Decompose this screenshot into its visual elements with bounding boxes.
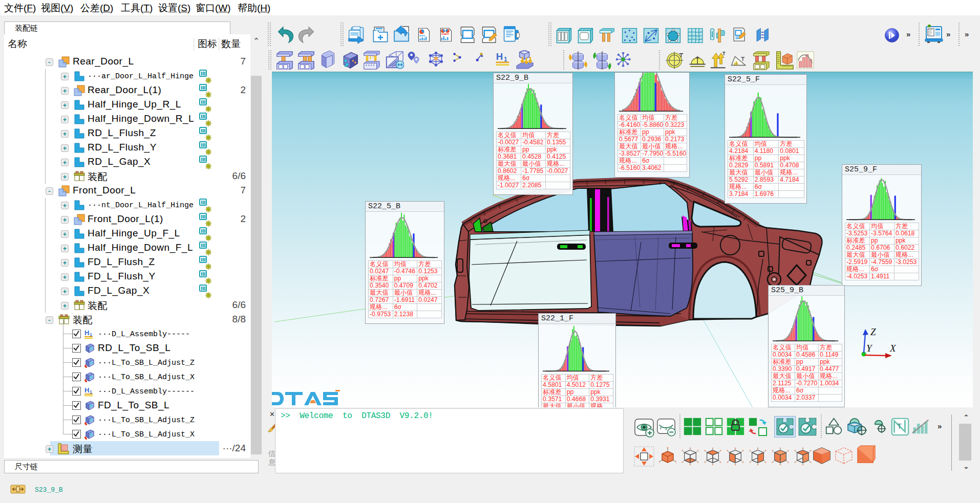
svg-text:Z: Z (870, 327, 876, 337)
svg-text:X: X (889, 343, 897, 354)
svg-text:H: H (496, 51, 503, 62)
svg-text:T: T (897, 422, 902, 430)
svg-text:Y: Y (866, 343, 873, 354)
svg-text:H: H (84, 329, 89, 337)
svg-text:H: H (84, 386, 89, 394)
